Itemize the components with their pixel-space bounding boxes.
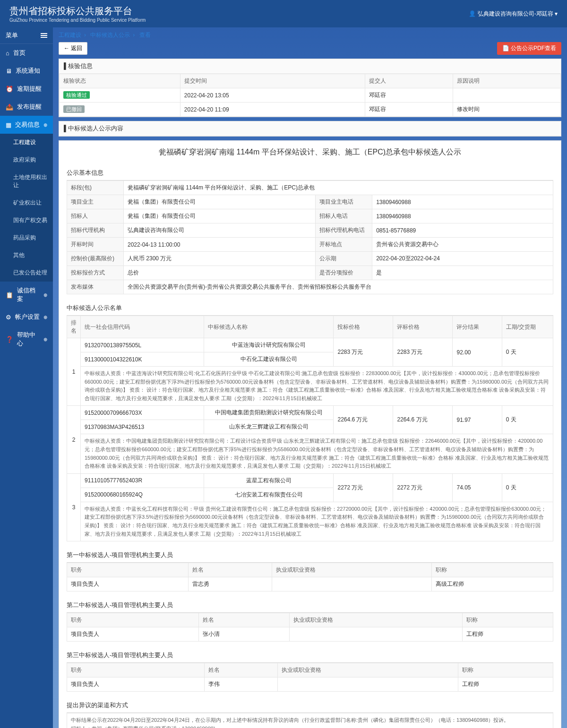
menu-icon: ⌂: [6, 50, 9, 57]
sidebar-item-7[interactable]: ❓帮助中心⊕: [0, 326, 53, 352]
menu-icon[interactable]: [41, 33, 47, 38]
content-title: ▌中标候选人公示内容: [59, 121, 561, 136]
menu-icon: 📤: [6, 103, 13, 111]
pers-title: 第一中标候选人-项目管理机构主要人员: [67, 548, 553, 563]
basic-row: 投标报价方式总价是否分项报价是: [67, 266, 553, 280]
main-panel: 瓮福磷矿穿岩洞矿南端 1144m 平台环保站设计、采购、施工（EPC)总承包中标…: [59, 140, 561, 728]
pers-table: 职务姓名执业或职业资格职称 项目负责人李伟工程师: [67, 663, 553, 692]
announce-title: 瓮福磷矿穿岩洞矿南端 1144m 平台环保站设计、采购、施工（EPC)总承包中标…: [59, 141, 561, 164]
basic-row: 开标时间2022-04-13 11:00:00开标地点贵州省公共资源交易中心: [67, 238, 553, 252]
sidebar-item-5[interactable]: 📋诚信档案⊕: [0, 282, 53, 308]
basic-row: 项目业主瓮福（集团）有限责任公司项目业主电话13809460988: [67, 195, 553, 209]
cand-desc: 中标候选人资质：中蓝连海设计研究院有限公司:化工石化医药行业甲级 中石化工建设有…: [81, 367, 553, 406]
submenu-item-4[interactable]: 国有产权交易: [0, 212, 53, 229]
sidebar-item-2[interactable]: ⏰逾期提醒: [0, 80, 53, 98]
app-title: 贵州省招标投标公共服务平台: [9, 5, 146, 17]
user-info[interactable]: 👤 弘典建设咨询有限公司-邓廷容 ▾: [469, 10, 558, 18]
sidebar-item-4[interactable]: ▦交易信息⊕: [0, 116, 53, 134]
breadcrumb: 工程建设› 中标候选人公示› 查看: [59, 31, 561, 39]
basic-row: 发布媒体全国公共资源交易平台(贵州省)-贵州省公共资源交易公共服务平台、贵州省招…: [67, 280, 553, 294]
verify-table: 核验状态 提交时间 提交人 原因说明 核验通过2022-04-20 13:05邓…: [59, 74, 561, 117]
submenu-item-6[interactable]: 其他: [0, 247, 53, 264]
bc-2[interactable]: 查看: [139, 32, 151, 38]
cand-desc: 中标候选人资质：中蓝长化工程科技有限公司：甲级 贵州化工建设有限责任公司：施工总…: [81, 502, 553, 541]
back-button[interactable]: ← 返回: [59, 42, 87, 55]
basic-row: 标段(包)瓮福磷矿穿岩洞矿南端 1144m 平台环保站设计、采购、施工（EPC)…: [67, 181, 553, 195]
status-tag: 核验通过: [63, 91, 90, 99]
verify-row: 核验通过2022-04-20 13:05邓廷容: [60, 88, 561, 103]
objection-body: 中标结果公示在2022年04月20日至2022年04月24日，在公示期内，对上述…: [67, 713, 553, 728]
app-subtitle: GuiZhou Province Tendering and Bidding P…: [9, 17, 146, 23]
submenu-item-5[interactable]: 药品采购: [0, 229, 53, 247]
submenu-item-7[interactable]: 已发公告处理: [0, 264, 53, 282]
objection-title: 提出异议的渠道和方式: [67, 698, 553, 713]
pers-title: 第三中标候选人-项目管理机构主要人员: [67, 648, 553, 663]
basic-row: 招标代理机构弘典建设咨询有限公司招标代理机构电话0851-85776889: [67, 223, 553, 238]
pers-row: 项目负责人雷志勇高级工程师: [67, 577, 553, 591]
pers-row: 项目负责人张小清工程师: [67, 627, 553, 642]
submenu-item-1[interactable]: 政府采购: [0, 151, 53, 169]
rank: 1: [67, 338, 81, 406]
pers-title: 第二中标候选人-项目管理机构主要人员: [67, 598, 553, 613]
menu-icon: 🖥: [6, 68, 12, 75]
bc-1[interactable]: 中标候选人公示: [90, 32, 130, 38]
cand-desc: 中标候选人资质：中国电建集团贵阳勘测设计研究院有限公司：工程设计综合资质甲级 山…: [81, 434, 553, 473]
submenu-item-2[interactable]: 土地使用权出让: [0, 169, 53, 194]
content-panel: ▌中标候选人公示内容: [59, 121, 561, 137]
pers-table: 职务姓名执业或职业资格职称 项目负责人张小清工程师: [67, 613, 553, 642]
sidebar-item-0[interactable]: ⌂首页: [0, 44, 53, 62]
bc-0[interactable]: 工程建设: [59, 32, 81, 38]
cand-row: 391110105777652403R蓝星工程有限公司2272 万元2272 万…: [67, 473, 553, 488]
menu-header: 菜单: [0, 27, 53, 44]
cand-row: 191320700138975505L中蓝连海设计研究院有限公司2283 万元2…: [67, 338, 553, 352]
menu-icon: ⚙: [6, 314, 11, 321]
sidebar-item-6[interactable]: ⚙帐户设置⊕: [0, 308, 53, 326]
menu-icon: ▦: [6, 121, 11, 128]
pers-row: 项目负责人李伟工程师: [67, 677, 553, 692]
app-header: 贵州省招标投标公共服务平台 GuiZhou Province Tendering…: [0, 0, 567, 27]
verify-title: ▌核验信息: [59, 59, 561, 74]
sidebar-item-1[interactable]: 🖥系统通知: [0, 62, 53, 80]
submenu-item-0[interactable]: 工程建设: [0, 134, 53, 151]
basic-row: 控制价(最高限价)人民币 2300 万元公示期2022-04-20至2022-0…: [67, 252, 553, 266]
sidebar: 菜单 ⌂首页🖥系统通知⏰逾期提醒📤发布提醒▦交易信息⊕工程建设政府采购土地使用权…: [0, 27, 53, 728]
menu-icon: 📋: [6, 291, 13, 299]
pdf-button[interactable]: 📄 公告公示PDF查看: [497, 42, 561, 55]
sidebar-item-3[interactable]: 📤发布提醒: [0, 98, 53, 116]
menu-icon: ⏰: [6, 86, 13, 93]
candidates-table: 排名统一社会信用代码中标候选人名称投标价格评标价格评分结果工期/交货期19132…: [67, 316, 553, 541]
verify-row: 已撤回2022-04-20 11:09邓廷容修改时间: [60, 103, 561, 117]
basic-row: 招标人瓮福（集团）有限责任公司招标人电话13809460988: [67, 209, 553, 223]
verify-panel: ▌核验信息 核验状态 提交时间 提交人 原因说明 核验通过2022-04-20 …: [59, 59, 561, 117]
basic-table: 标段(包)瓮福磷矿穿岩洞矿南端 1144m 平台环保站设计、采购、施工（EPC)…: [67, 180, 553, 294]
content-area: 工程建设› 中标候选人公示› 查看 ← 返回 📄 公告公示PDF查看 ▌核验信息…: [53, 27, 567, 728]
menu-icon: ❓: [6, 336, 13, 343]
status-tag: 已撤回: [63, 105, 85, 113]
basic-title: 公示基本信息: [67, 166, 553, 180]
cand-row: 291520000709666703X中国电建集团贵阳勘测设计研究院有限公司22…: [67, 406, 553, 420]
rank: 3: [67, 473, 81, 541]
submenu-item-3[interactable]: 矿业权出让: [0, 194, 53, 212]
cand-title: 中标候选人公示名单: [67, 301, 553, 316]
pers-table: 职务姓名执业或职业资格职称 项目负责人雷志勇高级工程师: [67, 563, 553, 591]
rank: 2: [67, 406, 81, 473]
